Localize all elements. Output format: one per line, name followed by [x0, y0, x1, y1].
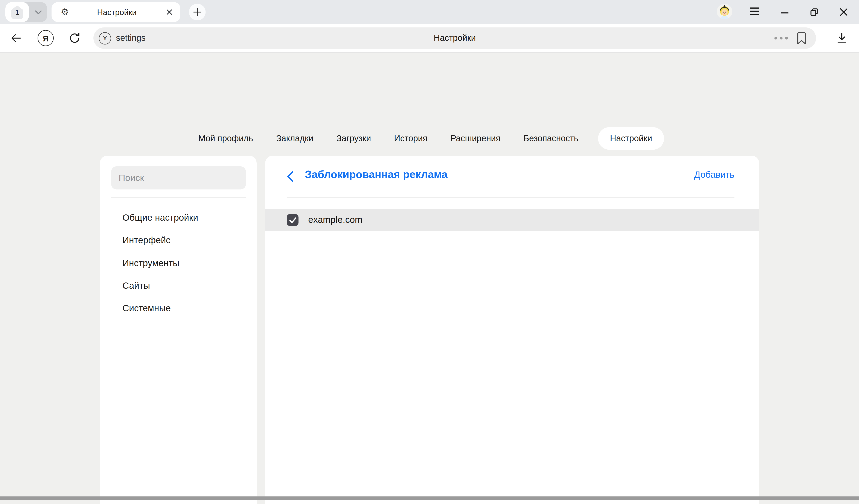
- url-text: settings: [116, 33, 146, 43]
- settings-nav-tab[interactable]: Мой профиль: [195, 127, 256, 150]
- sidebar-divider: [111, 198, 246, 198]
- reload-button[interactable]: [68, 32, 81, 47]
- settings-sidebar: Общие настройкиИнтерфейсИнструментыСайты…: [100, 156, 257, 504]
- tab-count: 1: [15, 8, 19, 16]
- sidebar-item[interactable]: Системные: [100, 297, 257, 320]
- tab-strip: 1 ⚙ Настройки: [0, 0, 859, 24]
- back-arrow-icon: [10, 32, 22, 45]
- gear-icon: ⚙: [61, 7, 69, 17]
- panel-heading: Заблокированная реклама: [305, 168, 448, 181]
- blocked-ads-panel: Заблокированная реклама Добавить example…: [265, 156, 759, 504]
- header-divider: [287, 198, 735, 198]
- tab-list-dropdown[interactable]: [29, 2, 47, 22]
- avatar-icon: [717, 4, 733, 19]
- blocked-domain-label: example.com: [308, 215, 362, 225]
- browser-tab-settings[interactable]: ⚙ Настройки: [51, 2, 180, 22]
- reload-icon: [68, 32, 81, 45]
- toolbar-separator: [826, 31, 826, 46]
- download-icon: [835, 32, 848, 45]
- checkmark-icon: [289, 217, 297, 224]
- back-chevron-button[interactable]: [287, 171, 294, 182]
- plus-icon: [193, 8, 201, 16]
- search-input[interactable]: [111, 166, 246, 189]
- browser-toolbar: Я Y settings Настройки: [0, 24, 859, 53]
- browser-menu-button[interactable]: [750, 7, 760, 18]
- blocked-domain-row[interactable]: example.com: [265, 209, 759, 231]
- tab-title: Настройки: [69, 7, 165, 17]
- hamburger-icon: [750, 7, 760, 16]
- bookmark-button[interactable]: [796, 31, 808, 45]
- more-actions-button[interactable]: [774, 36, 788, 40]
- tab-close-button[interactable]: [165, 8, 174, 16]
- row-checkbox-checked[interactable]: [287, 214, 299, 226]
- settings-nav-tab[interactable]: История: [391, 127, 431, 150]
- browser-window: 1 ⚙ Настройки: [0, 0, 859, 504]
- window-restore-button[interactable]: [809, 6, 819, 17]
- new-tab-button[interactable]: [189, 4, 206, 20]
- sidebar-item[interactable]: Общие настройки: [100, 207, 257, 229]
- bookmark-icon: [796, 31, 808, 45]
- ellipsis-icon: [774, 36, 788, 40]
- chevron-down-icon: [34, 10, 42, 14]
- sidebar-item[interactable]: Сайты: [100, 275, 257, 297]
- sidebar-item[interactable]: Интерфейс: [100, 229, 257, 252]
- downloads-button[interactable]: [835, 32, 848, 47]
- settings-nav-tab[interactable]: Расширения: [447, 127, 504, 150]
- settings-nav-tab[interactable]: Безопасность: [520, 127, 582, 150]
- add-button[interactable]: Добавить: [694, 170, 735, 180]
- page-title: Настройки: [93, 33, 816, 43]
- settings-nav-tab[interactable]: Закладки: [273, 127, 317, 150]
- window-minimize-button[interactable]: [779, 7, 790, 18]
- settings-nav-tab[interactable]: Настройки: [598, 127, 664, 150]
- restore-icon: [809, 7, 819, 17]
- tab-panel-button[interactable]: 1: [5, 2, 47, 22]
- tab-count-badge[interactable]: 1: [5, 2, 29, 22]
- window-bottom-edge: [0, 497, 859, 500]
- minimize-icon: [780, 12, 788, 14]
- yandex-logo-button[interactable]: Я: [37, 30, 54, 46]
- chevron-left-icon: [287, 171, 294, 182]
- panel-header: Заблокированная реклама Добавить: [265, 156, 759, 198]
- site-badge-icon: Y: [99, 32, 111, 44]
- back-button[interactable]: [10, 32, 22, 47]
- settings-nav-tabs: Мой профильЗакладкиЗагрузкиИсторияРасшир…: [0, 127, 859, 150]
- window-close-button[interactable]: [838, 6, 849, 17]
- profile-avatar[interactable]: [717, 4, 733, 19]
- sidebar-item[interactable]: Инструменты: [100, 252, 257, 275]
- settings-nav-tab[interactable]: Загрузки: [333, 127, 374, 150]
- close-icon: [840, 8, 848, 16]
- close-icon: [166, 9, 172, 15]
- settings-page: Мой профильЗакладкиЗагрузкиИсторияРасшир…: [0, 52, 859, 500]
- sidebar-items: Общие настройкиИнтерфейсИнструментыСайты…: [100, 207, 257, 320]
- address-bar[interactable]: Y settings Настройки: [93, 28, 816, 49]
